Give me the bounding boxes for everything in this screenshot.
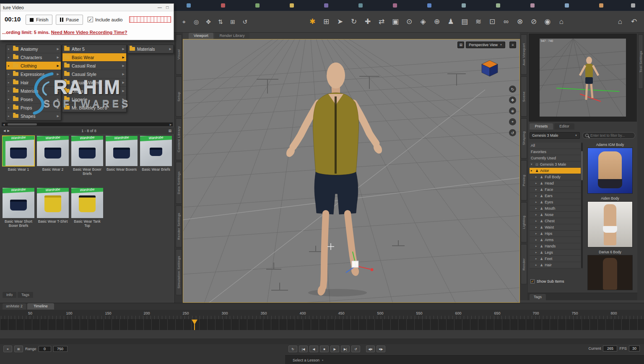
taskbar-icon[interactable] — [631, 3, 635, 8]
taskbar-icon[interactable] — [427, 3, 431, 8]
home-icon[interactable]: ⌂ — [615, 17, 625, 27]
folder-hair[interactable]: ▸Hair▶ — [6, 78, 61, 87]
tab-tags[interactable]: Tags — [18, 292, 33, 298]
dock-tab-data-settings[interactable]: Data Settings — [176, 162, 182, 204]
dock-tab-content-library[interactable]: Content Library — [176, 118, 182, 160]
prev-frame-button[interactable]: ◀ — [309, 346, 318, 352]
tree-node-region[interactable]: ▸♟Waist — [530, 224, 581, 231]
preset-thumb-adams-body[interactable] — [587, 148, 633, 194]
submenu-item[interactable]: Casual Real▶ — [62, 62, 126, 70]
orbit-icon[interactable]: ◎ — [192, 17, 200, 27]
list-item-all[interactable]: All — [530, 143, 581, 149]
tree-node-region[interactable]: ▸♟Chest — [530, 218, 581, 224]
tree-node-region[interactable]: ▸♟Face — [530, 187, 581, 193]
hair-tool-icon[interactable]: ≋ — [473, 17, 483, 27]
tab-tags[interactable]: Tags — [530, 294, 546, 300]
dock-tab-lighting[interactable]: Lighting — [521, 202, 527, 242]
timeline-track[interactable] — [0, 319, 644, 330]
aux-viewport-preview[interactable]: 947 : 740 — [529, 34, 637, 122]
lock-tool-icon[interactable]: ⊘ — [529, 17, 539, 27]
zoom-icon[interactable]: ⊕ — [509, 107, 516, 114]
folder-shapes[interactable]: ▸Shapes▶ — [6, 112, 61, 120]
submenu-item[interactable]: Casual Winter▶ — [62, 78, 126, 87]
taskbar-icon[interactable] — [358, 3, 363, 8]
taskbar-icon[interactable] — [393, 3, 397, 8]
timeline-options-button[interactable]: ≡ — [3, 346, 12, 352]
timeline-ruler[interactable]: 50 100 150 200 250 300 350 400 450 500 5… — [0, 310, 644, 319]
folder-props[interactable]: ▸Props▶ — [6, 104, 61, 112]
tab-viewport[interactable]: Viewport — [189, 33, 213, 39]
checkbox-icon[interactable]: ✓ — [88, 17, 93, 22]
loop-button[interactable]: ↻ — [288, 346, 297, 352]
tree-node-region[interactable]: ▸♟Mouth — [530, 205, 581, 212]
tree-node-region[interactable]: ▸♟Hair — [530, 262, 581, 268]
taskbar-icon[interactable] — [462, 3, 466, 8]
range-start-field[interactable]: 0 — [39, 346, 51, 352]
preset-thumb-aiden-body[interactable] — [587, 201, 633, 247]
viewport-3d[interactable]: ⊞ Perspective View ▼ ≡ ↻ ✥ ⊕ ⌖ ↺ — [183, 39, 520, 303]
tab-render-library[interactable]: Render Library — [215, 33, 250, 39]
tab-info[interactable]: Info — [3, 292, 16, 298]
next-key-button[interactable]: ●▶ — [377, 346, 385, 352]
filter-input[interactable] — [590, 133, 629, 138]
go-start-button[interactable]: |◀ — [299, 346, 308, 352]
tree-node-region[interactable]: ▸♟Ears — [530, 193, 581, 199]
figure-selector[interactable]: Genesis 3 Male ▼ — [530, 132, 580, 139]
tree-node-region[interactable]: ▸♟Feet — [530, 256, 581, 262]
fps-field[interactable]: 30 — [629, 346, 640, 351]
pause-button[interactable]: Pause — [56, 15, 83, 25]
active-pose-tool-icon[interactable]: ⊙ — [404, 17, 414, 27]
reset-icon[interactable]: ↺ — [241, 17, 249, 27]
dform-tool-icon[interactable]: ◈ — [418, 17, 428, 27]
finish-button[interactable]: Finish — [26, 15, 52, 25]
link-tool-icon[interactable]: ∞ — [501, 17, 511, 27]
content-item[interactable]: Wardrobe Basic Wear Briefs — [140, 136, 172, 172]
folder-poses[interactable]: ▸Poses▶ — [6, 95, 61, 104]
range-end-field[interactable]: 750 — [53, 346, 68, 352]
wardrobe-tool-icon[interactable]: ▤ — [460, 17, 470, 27]
content-item[interactable]: Wardrobe Basic Wear Boxers — [106, 136, 138, 172]
tree-node-region[interactable]: ▸♟Hips — [530, 231, 581, 237]
dock-tab-tool-settings[interactable]: Tool Settings — [638, 34, 643, 89]
taskbar-icon[interactable] — [496, 3, 500, 8]
submenu-item[interactable]: Casual Style▶ — [62, 70, 126, 78]
view-options-icon[interactable]: ⊞ — [457, 42, 464, 48]
tree-scrollbar[interactable] — [581, 143, 583, 268]
taskbar-icon[interactable] — [324, 3, 328, 8]
play-button[interactable]: ▶ — [330, 346, 339, 352]
tree-node-actor[interactable]: ▸ ♟ Actor — [530, 168, 581, 174]
pan-icon[interactable]: ✥ — [204, 17, 213, 27]
tree-node-region[interactable]: ▸♟Arms — [530, 237, 581, 243]
folder-characters[interactable]: ▸Characters▶ — [6, 53, 61, 62]
submenu-item[interactable]: Mr. Blakeley Set 8▶ — [62, 104, 126, 112]
pointer-tool-icon[interactable]: ➤ — [335, 17, 345, 27]
tree-node-region[interactable]: ▸♟Hands — [530, 243, 581, 250]
prev-key-button[interactable]: ◀● — [366, 346, 375, 352]
submenu-item[interactable]: After 5▶ — [62, 45, 126, 53]
recorder-titlebar[interactable]: ture Video — □ — [0, 4, 174, 11]
tab-presets[interactable]: Presets — [530, 123, 553, 130]
preset-thumb-darius-body[interactable] — [587, 255, 633, 290]
tab-timeline[interactable]: Timeline — [27, 303, 54, 309]
minimize-icon[interactable]: — — [156, 5, 164, 10]
tree-node-region[interactable]: ▸♟Legs — [530, 250, 581, 256]
menu-scrollbar[interactable]: ◀ ▶ — [2, 122, 173, 126]
folder-clothing[interactable]: ▸Clothing▶ — [6, 62, 61, 70]
taskbar-icon[interactable] — [255, 3, 260, 8]
pan-icon[interactable]: ✥ — [509, 96, 516, 104]
content-item[interactable]: Wardrobe Basic Wear 1 — [3, 136, 34, 172]
page-prev-icon[interactable]: ◀ — [3, 129, 5, 133]
content-tool-icon[interactable]: ⊡ — [487, 17, 497, 27]
taskbar-icon[interactable] — [565, 3, 569, 8]
dock-tab-simulation-settings[interactable]: Simulation Settings — [176, 249, 182, 295]
node-tool-icon[interactable]: ⊕ — [432, 17, 442, 27]
scroll-left-icon[interactable]: ◀ — [2, 123, 6, 126]
taskbar-icon[interactable] — [530, 3, 535, 8]
tab-editor[interactable]: Editor — [554, 123, 574, 130]
content-item[interactable]: Wardrobe Basic Wear Boxer Briefs — [71, 136, 103, 176]
scale-tool-icon[interactable]: ▣ — [390, 17, 400, 27]
taskbar-icon[interactable] — [187, 3, 191, 8]
dock-tab-aux-viewport[interactable]: Aux Viewport — [521, 34, 527, 75]
cube-tool-icon[interactable]: ⊞ — [321, 17, 331, 27]
scroll-thumb[interactable] — [8, 123, 37, 125]
